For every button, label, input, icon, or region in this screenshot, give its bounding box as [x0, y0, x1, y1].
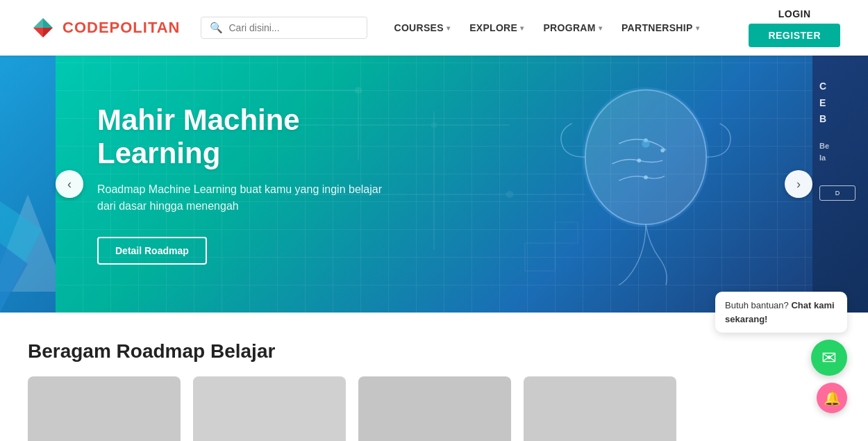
search-bar: 🔍 [201, 17, 367, 39]
hero-side-right-preview: C E B Bela D [819, 69, 856, 201]
search-input[interactable] [228, 22, 358, 33]
logo[interactable]: CODEPOLITAN [28, 13, 180, 43]
hero-description: Roadmap Machine Learning buat kamu yang … [97, 181, 403, 215]
login-button[interactable]: LOGIN [778, 8, 811, 19]
search-icon: 🔍 [210, 22, 223, 34]
hero-main: Mahir Machine Learning Roadmap Machine L… [56, 56, 812, 313]
hero-visual [535, 56, 757, 313]
whatsapp-icon: ✉ [821, 347, 837, 369]
nav-item-courses[interactable]: COURSES ▾ [387, 17, 457, 39]
nav-auth: LOGIN REGISTER [749, 8, 840, 47]
whatsapp-widget: Butuh bantuan? Chat kami sekarang! ✉ 🔔 [715, 292, 847, 413]
roadmap-card-1[interactable] [28, 376, 181, 441]
svg-point-18 [660, 149, 665, 153]
svg-point-19 [637, 158, 641, 163]
hero-cta-button[interactable]: Detail Roadmap [97, 237, 207, 265]
hero-content: Mahir Machine Learning Roadmap Machine L… [56, 69, 444, 300]
nav-item-partnership[interactable]: PARTNERSHIP ▾ [615, 17, 706, 39]
svg-marker-3 [43, 28, 53, 38]
roadmap-card-2[interactable] [193, 376, 346, 441]
whatsapp-button[interactable]: ✉ [811, 340, 847, 376]
chevron-right-icon: › [796, 177, 801, 192]
nav-links: COURSES ▾ EXPLORE ▾ PROGRAM ▾ PARTNERSHI… [387, 17, 749, 39]
roadmap-card-4[interactable] [524, 376, 676, 441]
hero-side-left [0, 56, 56, 313]
logo-text: CODEPOLITAN [62, 19, 180, 37]
chevron-down-icon: ▾ [599, 24, 602, 32]
hero-side-right: C E B Bela D [812, 56, 868, 313]
chevron-down-icon: ▾ [696, 24, 699, 32]
side-right-cta[interactable]: D [819, 185, 856, 201]
bell-icon: 🔔 [824, 390, 841, 406]
whatsapp-bubble: Butuh bantuan? Chat kami sekarang! [715, 292, 847, 333]
nav-item-explore[interactable]: EXPLORE ▾ [462, 17, 531, 39]
roadmap-section-title: Beragam Roadmap Belajar [28, 340, 275, 363]
svg-point-20 [644, 175, 648, 179]
svg-marker-0 [33, 18, 43, 28]
hero-next-button[interactable]: › [785, 170, 812, 198]
svg-point-16 [585, 90, 706, 224]
svg-point-13 [506, 191, 514, 198]
svg-marker-2 [33, 28, 43, 38]
navbar: CODEPOLITAN 🔍 COURSES ▾ EXPLORE ▾ PROGRA… [0, 0, 868, 56]
roadmap-card-3[interactable] [358, 376, 511, 441]
hero-prev-button[interactable]: ‹ [56, 170, 83, 198]
hero-banner: ‹ Mahir Machine Learning Roadmap Machine… [0, 56, 868, 313]
svg-point-21 [642, 140, 650, 148]
chevron-left-icon: ‹ [67, 177, 72, 192]
chevron-down-icon: ▾ [446, 24, 450, 32]
nav-item-program[interactable]: PROGRAM ▾ [536, 17, 609, 39]
left-triangle-decoration [0, 174, 42, 313]
hero-title: Mahir Machine Learning [97, 103, 403, 171]
brain-head-icon [549, 76, 743, 292]
svg-marker-1 [43, 18, 53, 28]
chevron-down-icon: ▾ [520, 24, 524, 32]
logo-icon [28, 13, 58, 43]
register-button[interactable]: REGISTER [749, 24, 840, 47]
notification-button[interactable]: 🔔 [817, 383, 847, 413]
